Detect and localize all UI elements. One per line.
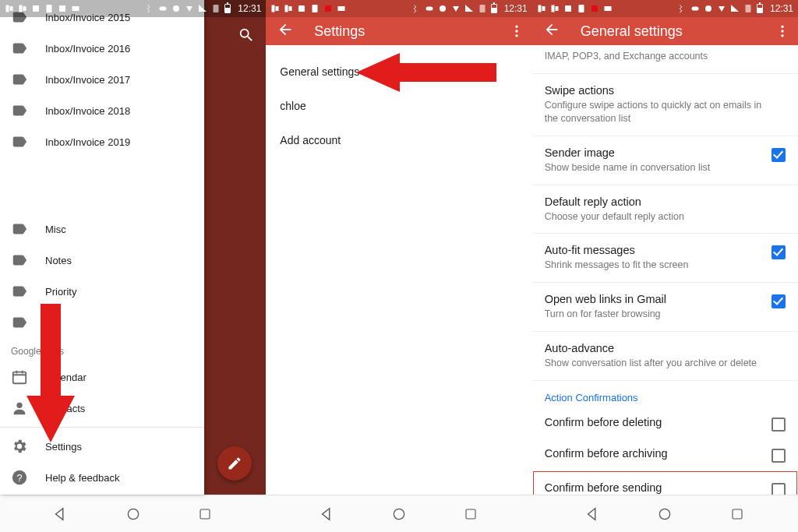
drawer-item[interactable]: Inbox/Invoice 2019 [0,126,204,157]
search-icon[interactable] [238,26,255,47]
gs-sub: Show conversation list after you archive… [545,357,778,370]
gs-title: Confirm before deleting [545,416,764,428]
compose-fab[interactable] [217,446,252,481]
svg-rect-10 [13,372,26,384]
gs-item-swipe[interactable]: Swipe actionsConfigure swipe actions to … [532,74,798,136]
gs-item-sender-image[interactable]: Sender imageShow beside name in conversa… [532,136,798,185]
svg-rect-17 [276,6,279,11]
overflow-menu-icon[interactable] [775,23,790,42]
svg-rect-31 [538,5,541,12]
svg-rect-38 [691,7,698,11]
svg-rect-25 [479,5,485,12]
svg-rect-40 [745,5,750,12]
gs-sub: IMAP, POP3, and Exchange accounts [545,50,778,63]
svg-rect-1 [10,6,13,11]
status-bar: 12:31 [266,0,531,17]
status-bar: 12:31 [0,0,266,17]
checkbox-icon[interactable] [772,417,786,432]
drawer-item[interactable]: Inbox/Invoice 2018 [0,95,204,126]
nav-home-icon[interactable] [654,503,676,525]
drawer-item[interactable]: Priority [0,276,204,307]
svg-rect-15 [200,509,210,519]
svg-rect-7 [160,7,167,11]
gs-title: Confirm before archiving [545,447,764,460]
nav-home-icon[interactable] [122,503,144,525]
checkbox-icon[interactable] [772,449,786,463]
svg-point-27 [515,30,517,32]
android-nav-bar [0,495,266,532]
settings-item-account[interactable]: chloe [266,89,531,123]
battery-icon [757,4,763,13]
android-nav-bar [532,495,798,532]
svg-point-28 [515,34,517,37]
svg-point-43 [781,34,783,37]
gs-item[interactable]: IMAP, POP3, and Exchange accounts [532,45,798,74]
svg-rect-16 [272,5,275,12]
gs-title: Swipe actions [545,84,778,97]
nav-recents-icon[interactable] [194,503,216,525]
gs-item-default-reply[interactable]: Default reply actionChoose your default … [532,185,798,234]
checkbox-icon[interactable] [772,294,786,308]
annotation-arrow-down [26,304,75,442]
drawer-item[interactable]: Notes [0,245,204,276]
gs-item-weblinks[interactable]: Open web links in GmailTurn on for faste… [532,283,798,332]
svg-rect-35 [565,5,571,12]
status-bar: 12:31 [532,0,798,17]
nav-recents-icon[interactable] [460,503,482,525]
nav-back-icon[interactable] [316,503,338,525]
drawer-item[interactable]: Misc [0,213,204,245]
drawer-item[interactable]: Inbox/Invoice 2017 [0,64,204,95]
svg-point-44 [660,509,670,519]
gs-item-autofit[interactable]: Auto-fit messagesShrink messages to fit … [532,234,798,283]
drawer-label: Help & feedback [45,472,119,484]
drawer-item-help[interactable]: ? Help & feedback [0,462,204,493]
gs-sub: Shrink messages to fit the screen [545,259,764,272]
gs-item-confirm-archive[interactable]: Confirm before archiving [532,439,798,470]
svg-point-41 [781,26,783,28]
svg-point-42 [781,30,783,32]
drawer-label: Inbox/Invoice 2018 [45,105,130,117]
svg-rect-9 [214,5,219,12]
checkbox-icon[interactable] [772,148,786,162]
svg-rect-30 [466,509,475,519]
svg-rect-18 [285,5,288,12]
back-arrow-icon[interactable] [277,21,294,41]
svg-point-14 [128,509,138,519]
drawer-item[interactable]: Inbox/Invoice 2016 [0,33,204,64]
status-time: 12:31 [770,3,793,14]
svg-rect-32 [542,6,545,11]
svg-rect-23 [425,7,433,11]
gs-item-autoadvance[interactable]: Auto-advanceShow conversation list after… [532,332,798,381]
appbar-title: Settings [314,23,365,40]
gs-section-header: Action Confirmations [532,381,798,408]
nav-back-icon[interactable] [582,503,604,525]
svg-point-24 [440,5,446,12]
svg-rect-3 [23,6,26,11]
appbar-title: General settings [581,23,683,40]
svg-rect-5 [47,5,52,12]
checkbox-icon[interactable] [772,245,786,259]
gs-sub: Turn on for faster browsing [545,308,764,321]
nav-home-icon[interactable] [388,503,410,525]
android-nav-bar [266,495,531,532]
svg-point-26 [515,26,517,28]
svg-rect-37 [604,6,611,11]
gs-sub: Choose your default reply action [545,210,778,224]
gs-sub: Show beside name in conversation list [545,161,764,174]
gs-item-confirm-delete[interactable]: Confirm before deleting [532,408,798,439]
svg-rect-21 [312,5,318,12]
gs-title: Confirm before sending [545,481,764,494]
gs-sub: Configure swipe actions to quickly act o… [545,99,778,125]
nav-back-icon[interactable] [50,503,72,525]
nav-recents-icon[interactable] [726,503,748,525]
overflow-menu-icon[interactable] [509,23,524,42]
svg-point-11 [16,403,22,408]
svg-rect-6 [72,6,79,11]
drawer-label: Priority [45,286,76,298]
back-arrow-icon[interactable] [543,21,560,41]
svg-rect-2 [19,5,23,12]
svg-rect-34 [555,6,558,11]
drawer-label: Notes [45,255,72,266]
status-time: 12:31 [238,3,261,14]
settings-item-add-account[interactable]: Add account [266,123,531,157]
